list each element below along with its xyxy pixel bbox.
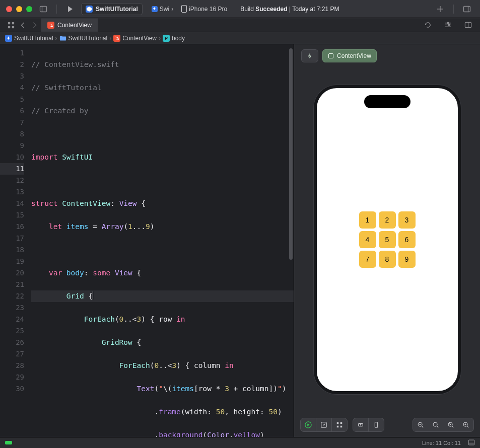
grid-cell: 8	[379, 251, 396, 268]
device-frame: 1 2 3 4 5 6 7 8 9	[314, 85, 461, 394]
run-destination-group: ✦ Swi › iPhone 16 Pro	[149, 3, 230, 15]
svg-line-37	[467, 426, 469, 428]
toggle-debug-area-button[interactable]	[468, 439, 475, 447]
swift-file-icon	[113, 35, 120, 42]
destination-scheme-button[interactable]: ✦ Swi ›	[149, 3, 176, 15]
canvas-stage[interactable]: 1 2 3 4 5 6 7 8 9	[299, 67, 475, 416]
svg-rect-26	[375, 422, 377, 428]
svg-rect-13	[447, 22, 448, 24]
grid-cell: 9	[398, 251, 416, 268]
scheme-label: SwiftUITutorial	[96, 6, 138, 13]
refresh-canvas-button[interactable]	[421, 19, 435, 31]
property-icon: P	[163, 35, 170, 42]
jump-bar[interactable]: ✦ SwiftUITutorial › SwiftUITutorial › Co…	[0, 32, 480, 44]
folder-icon	[59, 35, 66, 42]
dynamic-island	[364, 95, 410, 108]
grid-cell: 3	[398, 211, 416, 229]
zoom-fit-button[interactable]	[443, 418, 458, 431]
crumb-file[interactable]: ContentView	[113, 35, 157, 42]
svg-rect-22	[337, 426, 339, 428]
zoom-window-button[interactable]	[26, 6, 32, 12]
svg-rect-6	[8, 22, 10, 24]
crumb-symbol[interactable]: P body	[163, 35, 185, 42]
grid-cell: 7	[359, 251, 376, 268]
preview-canvas-panel: ContentView 1 2 3 4 5 6 7 8 9	[294, 44, 480, 437]
activity-status[interactable]: Build Succeeded | Today at 7:21 PM	[240, 6, 339, 13]
toggle-inspector-button[interactable]	[460, 3, 474, 15]
editor-tab-contentview[interactable]: ContentView	[41, 18, 98, 32]
swift-file-icon	[47, 22, 54, 29]
chevron-right-icon: ›	[171, 6, 173, 13]
svg-rect-8	[8, 26, 10, 28]
preview-device-picker-button[interactable]	[369, 418, 384, 431]
svg-line-28	[422, 426, 424, 428]
selectable-mode-button[interactable]	[316, 418, 331, 431]
svg-point-30	[433, 422, 437, 426]
iphone-icon	[181, 5, 187, 13]
svg-rect-9	[12, 26, 14, 28]
go-back-button[interactable]	[19, 19, 27, 31]
svg-line-31	[437, 426, 439, 428]
toggle-navigator-button[interactable]	[36, 3, 50, 15]
add-button[interactable]	[433, 3, 447, 15]
cursor-position[interactable]: Line: 11 Col: 11	[422, 440, 461, 446]
grid-cell: 4	[359, 231, 376, 248]
device-settings-button[interactable]	[353, 418, 368, 431]
grid-cell: 1	[359, 211, 376, 229]
go-forward-button[interactable]	[30, 19, 38, 31]
xcode-project-icon: ✦	[152, 6, 158, 12]
grid-cell: 6	[398, 231, 416, 248]
svg-rect-23	[340, 426, 342, 428]
grid-cell: 2	[379, 211, 396, 229]
chevron-right-icon: ›	[109, 35, 111, 42]
pin-preview-button[interactable]	[301, 49, 318, 62]
live-preview-button[interactable]	[301, 418, 316, 431]
svg-line-33	[452, 426, 454, 428]
svg-rect-17	[329, 54, 333, 58]
titlebar: SwiftUITutorial ✦ Swi › iPhone 16 Pro Bu…	[0, 0, 480, 18]
related-items-button[interactable]	[6, 19, 16, 31]
close-window-button[interactable]	[6, 6, 12, 12]
main-split: 1234 5678 9101112 13141516 17181920 2122…	[0, 44, 480, 437]
tab-label: ContentView	[57, 22, 92, 29]
chevron-right-icon: ›	[55, 35, 57, 42]
status-bar: Line: 11 Col: 11	[0, 437, 480, 448]
add-assistant-editor-button[interactable]	[461, 19, 475, 31]
svg-rect-0	[40, 6, 47, 12]
svg-rect-7	[12, 22, 14, 24]
canvas-toolbar	[299, 416, 475, 437]
build-status-led[interactable]	[5, 441, 12, 444]
svg-rect-21	[340, 422, 342, 424]
adjust-editor-options-button[interactable]	[441, 19, 455, 31]
minimize-window-button[interactable]	[16, 6, 22, 12]
svg-point-25	[360, 424, 361, 425]
grid-cell: 5	[379, 231, 396, 248]
destination-device-button[interactable]: iPhone 16 Pro	[178, 3, 230, 15]
run-button[interactable]	[63, 3, 77, 15]
line-number-gutter: 1234 5678 9101112 13141516 17181920 2122…	[0, 44, 29, 437]
xcode-project-icon: ✦	[5, 35, 12, 42]
preview-selector-chip[interactable]: ContentView	[322, 49, 377, 62]
preview-grid: 1 2 3 4 5 6 7 8 9	[359, 211, 416, 268]
source-editor[interactable]: 1234 5678 9101112 13141516 17181920 2122…	[0, 44, 294, 437]
crumb-folder[interactable]: SwiftUITutorial	[59, 35, 108, 42]
scrollbar-thumb[interactable]	[289, 48, 293, 260]
svg-rect-40	[468, 440, 474, 445]
window-controls	[6, 6, 32, 12]
zoom-actual-button[interactable]	[428, 418, 443, 431]
variants-button[interactable]	[332, 418, 347, 431]
scheme-selector[interactable]: SwiftUITutorial	[81, 3, 143, 15]
editor-tabbar: ContentView	[0, 18, 480, 32]
app-icon	[86, 6, 93, 13]
svg-rect-14	[448, 24, 450, 26]
code-text[interactable]: // ContentView.swift // SwiftTutorial //…	[29, 44, 294, 437]
zoom-out-button[interactable]	[413, 418, 428, 431]
svg-rect-4	[464, 6, 470, 12]
chevron-right-icon: ›	[159, 35, 161, 42]
crumb-project[interactable]: ✦ SwiftUITutorial	[5, 35, 53, 42]
svg-rect-20	[337, 422, 339, 424]
zoom-in-button[interactable]	[458, 418, 473, 431]
